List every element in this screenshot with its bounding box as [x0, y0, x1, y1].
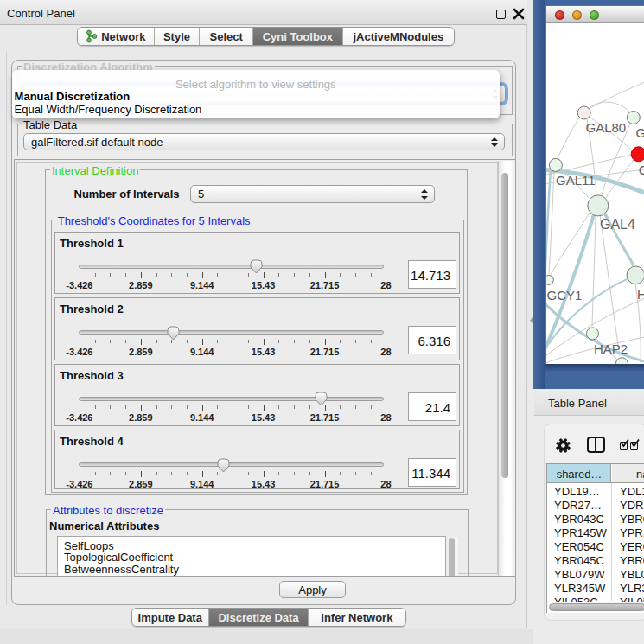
svg-text:GAL4: GAL4 [600, 217, 635, 232]
svg-text:GA: GA [636, 125, 644, 140]
svg-text:GAL80: GAL80 [586, 120, 627, 135]
svg-text:GCY1: GCY1 [547, 288, 583, 303]
svg-text:GAL11: GAL11 [556, 173, 596, 188]
svg-text:HAP2: HAP2 [594, 341, 628, 356]
svg-text:CY: CY [639, 163, 644, 177]
svg-text:HA: HA [637, 287, 644, 302]
